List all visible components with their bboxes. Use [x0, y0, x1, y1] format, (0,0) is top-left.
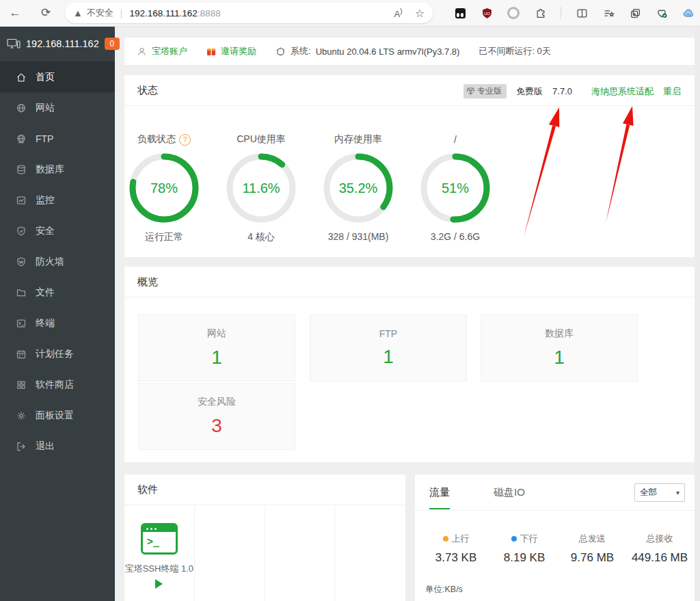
sidebar-item-terminal[interactable]: 终端	[0, 308, 115, 338]
security-label: 不安全	[87, 7, 113, 19]
stat-total-received: 总接收 449.16 MB	[625, 533, 694, 565]
sidebar-item-monitor[interactable]: 监控	[0, 185, 115, 215]
read-aloud-icon[interactable]: A)	[394, 7, 402, 19]
gauge-sub: 3.2G / 6.6G	[431, 231, 480, 242]
main-content: 宝塔账户 邀请奖励 系统: Ubuntu 20.04.6 LTS armv7l(…	[115, 26, 700, 601]
sidebar-item-ftp[interactable]: FTP	[0, 123, 115, 154]
stat-downstream: 下行 8.19 KB	[490, 533, 558, 565]
traffic-card: 流量 磁盘IO 全部▾ 上行 3.73 KB 下行 8.19 KB 总发送 9.…	[415, 475, 695, 601]
software-empty-cell	[335, 505, 405, 601]
extension-ring-icon[interactable]	[507, 7, 520, 19]
software-title: 软件	[124, 475, 405, 505]
waf-shield-icon	[16, 256, 27, 267]
server-monitor-icon	[7, 38, 21, 50]
uptime-text: 已不间断运行: 0天	[479, 45, 550, 57]
address-bar[interactable]: ▲ 不安全 | 192.168.111.162:8888 A) ☆	[65, 3, 433, 23]
profile-cloud-icon[interactable]	[682, 7, 695, 19]
calendar-icon	[16, 349, 27, 360]
monitor-chart-icon	[16, 195, 27, 206]
software-app-name: 宝塔SSH终端 1.0	[125, 563, 193, 575]
duplicate-tab-icon[interactable]	[629, 7, 641, 19]
warning-icon: ▲	[73, 8, 83, 18]
gauge-sub: 运行正常	[145, 231, 183, 243]
home-icon	[16, 72, 27, 83]
sidebar-item-security[interactable]: 安全	[0, 215, 115, 246]
server-info[interactable]: 192.168.111.162 0	[0, 26, 115, 62]
sidebar-item-files[interactable]: 文件	[0, 277, 115, 308]
tab-traffic[interactable]: 流量	[429, 475, 450, 509]
gift-icon	[206, 46, 216, 56]
sidebar-item-appstore[interactable]: 软件商店	[0, 369, 115, 400]
gauge-memory: 内存使用率 35.2% 328 / 931(MB)	[319, 133, 398, 242]
sidebar-item-website[interactable]: 网站	[0, 92, 115, 123]
app-running-play-icon[interactable]	[155, 579, 163, 589]
pro-version-badge[interactable]: 专业版	[463, 84, 507, 98]
overview-database[interactable]: 数据库1	[481, 315, 638, 382]
favorite-star-icon[interactable]: ☆	[415, 7, 425, 20]
terminal-icon	[16, 318, 27, 329]
ubuntu-icon	[275, 46, 286, 57]
globe-icon	[16, 103, 27, 113]
gauge-sub: 4 核心	[247, 231, 275, 243]
browser-essentials-icon[interactable]	[656, 7, 668, 19]
downstream-dot-icon	[511, 536, 517, 542]
diamond-icon	[466, 88, 475, 95]
hinas-adapt-link[interactable]: 海纳思系统适配	[591, 85, 654, 98]
message-count-badge[interactable]: 0	[105, 38, 120, 50]
back-icon[interactable]: ←	[7, 5, 23, 21]
overview-card: 概览 网站1 FTP1 数据库1 安全风险3	[124, 267, 695, 462]
gear-icon	[16, 410, 27, 421]
url-text[interactable]: 192.168.111.162:8888	[130, 8, 221, 18]
stat-total-sent: 总发送 9.76 MB	[560, 533, 625, 565]
divider: |	[120, 8, 123, 18]
sidebar-item-firewall[interactable]: 防火墙	[0, 246, 115, 277]
gauge-cpu: CPU使用率 11.6% 4 核心	[221, 133, 301, 243]
sidebar-item-database[interactable]: 数据库	[0, 154, 115, 185]
sidebar-item-settings[interactable]: 面板设置	[0, 400, 115, 431]
extension-dark-icon[interactable]	[454, 7, 466, 19]
software-empty-cell	[195, 505, 265, 601]
software-app-cell[interactable]: >_ 宝塔SSH终端 1.0	[124, 505, 195, 601]
server-ip: 192.168.111.162	[26, 38, 99, 49]
status-card: 状态 专业版 免费版 7.7.0 海纳思系统适配 重启 负载状态 ? 78% 运…	[124, 75, 695, 257]
invite-reward-link[interactable]: 邀请奖励	[206, 45, 256, 57]
split-screen-icon[interactable]	[576, 7, 588, 19]
sidebar-item-logout[interactable]: 退出	[0, 431, 115, 462]
gauge-sub: 328 / 931(MB)	[328, 231, 389, 242]
page-scrollbar[interactable]	[695, 26, 700, 601]
gauge-value: 78%	[129, 152, 200, 224]
folder-icon	[16, 287, 27, 298]
gauge-value: 51%	[420, 152, 491, 224]
overview-website[interactable]: 网站1	[138, 315, 295, 382]
grid-icon	[16, 379, 27, 390]
collections-icon[interactable]	[602, 7, 615, 19]
stat-upstream: 上行 3.73 KB	[422, 533, 490, 565]
svg-text:UO: UO	[484, 11, 490, 15]
gauge-load: 负载状态 ? 78% 运行正常	[124, 133, 204, 243]
shield-check-icon	[16, 226, 27, 237]
user-icon	[137, 46, 147, 57]
unit-label: 单位:KB/s	[425, 584, 463, 596]
gauge-value: 35.2%	[323, 152, 394, 224]
refresh-icon[interactable]: ⟳	[38, 5, 54, 21]
help-icon[interactable]: ?	[179, 134, 191, 146]
site-security[interactable]: ▲ 不安全	[73, 7, 113, 19]
panel-version: 7.7.0	[552, 86, 572, 96]
traffic-range-select[interactable]: 全部▾	[634, 483, 685, 502]
ftp-globe-icon	[16, 133, 27, 144]
overview-security-risk[interactable]: 安全风险3	[138, 383, 295, 450]
ublock-shield-icon[interactable]: UO	[481, 7, 493, 19]
restart-link[interactable]: 重启	[663, 85, 681, 98]
overview-ftp[interactable]: FTP1	[310, 315, 467, 382]
free-version-label: 免费版	[516, 85, 543, 98]
bt-ssh-terminal-icon[interactable]: >_	[141, 523, 178, 555]
upstream-dot-icon	[443, 536, 448, 542]
extensions-puzzle-icon[interactable]	[534, 7, 546, 19]
sidebar-item-cron[interactable]: 计划任务	[0, 338, 115, 369]
bt-account-link[interactable]: 宝塔账户	[137, 45, 187, 57]
sidebar-item-home[interactable]: 首页	[0, 62, 115, 92]
logout-icon	[16, 441, 27, 452]
software-empty-cell	[265, 505, 336, 601]
tab-disk-io[interactable]: 磁盘IO	[494, 475, 525, 508]
system-info: 系统: Ubuntu 20.04.6 LTS armv7l(Py3.7.8)	[275, 45, 459, 57]
